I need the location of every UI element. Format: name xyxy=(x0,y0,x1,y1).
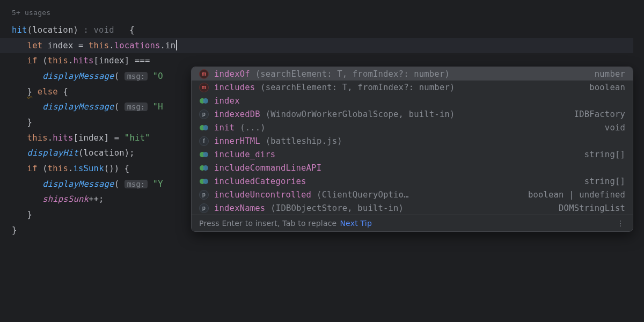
completion-item[interactable]: index xyxy=(192,94,633,107)
field-icon: f xyxy=(199,136,209,146)
completion-type: void xyxy=(605,123,625,133)
code-line-active: let index = this.locations.in xyxy=(0,38,633,54)
completion-footer: Press Enter to insert, Tab to replace Ne… xyxy=(192,215,633,231)
text-cursor xyxy=(176,40,177,50)
completion-item[interactable]: includeCommandLineAPI xyxy=(192,161,633,174)
variable-icon xyxy=(199,163,209,173)
completion-popup[interactable]: mindexOf(searchElement: T, fromIndex?: n… xyxy=(191,67,633,232)
completion-item[interactable]: pindexNames (IDBObjectStore, built-in)DO… xyxy=(192,201,633,215)
variable-icon xyxy=(199,150,209,159)
completion-item[interactable]: mincludes(searchElement: T, fromIndex?: … xyxy=(192,80,633,94)
completion-item[interactable]: finnerHTML (battleship.js) xyxy=(192,134,633,148)
usages-hint: 5+ usages xyxy=(12,6,644,19)
completion-name: includeUncontrolled xyxy=(214,190,311,200)
completion-type: boolean xyxy=(589,83,625,92)
completion-type: IDBFactory xyxy=(574,109,625,119)
completion-item[interactable]: include_dirsstring[] xyxy=(192,148,633,161)
property-icon: p xyxy=(199,109,209,119)
property-icon: p xyxy=(199,203,209,213)
completion-type: string[] xyxy=(584,177,625,186)
completion-name: includeCommandLineAPI xyxy=(214,163,321,173)
variable-icon xyxy=(199,177,209,186)
completion-signature: (IDBObjectStore, built-in) xyxy=(270,203,404,213)
completion-type: boolean | undefined xyxy=(528,190,625,200)
completion-name: indexOf xyxy=(214,69,250,79)
completion-name: init xyxy=(214,123,235,133)
completion-name: index xyxy=(214,96,240,106)
completion-type: string[] xyxy=(584,150,625,159)
completion-item[interactable]: includedCategoriesstring[] xyxy=(192,174,633,188)
completion-name: include_dirs xyxy=(214,150,275,159)
completion-name: innerHTML xyxy=(214,136,260,146)
completion-name: indexNames xyxy=(214,203,265,213)
more-icon[interactable]: ⋮ xyxy=(617,219,625,228)
completion-signature: (searchElement: T, fromIndex?: number) xyxy=(260,83,455,92)
completion-type: number xyxy=(595,69,625,79)
completion-item[interactable]: pindexedDB (WindowOrWorkerGlobalScope, b… xyxy=(192,107,633,121)
completion-name: includes xyxy=(214,83,255,92)
next-tip-link[interactable]: Next Tip xyxy=(340,219,372,228)
completion-signature: (...) xyxy=(240,123,266,133)
completion-name: indexedDB xyxy=(214,109,260,119)
method-icon: m xyxy=(199,69,209,79)
completion-item[interactable]: mindexOf(searchElement: T, fromIndex?: n… xyxy=(192,67,633,80)
completion-name: includedCategories xyxy=(214,177,306,186)
code-line: hit(location) : void { xyxy=(12,23,644,38)
completion-type: DOMStringList xyxy=(559,203,625,213)
completion-signature: (battleship.js) xyxy=(266,136,342,146)
completion-item[interactable]: pincludeUncontrolled (ClientQueryOptio…b… xyxy=(192,188,633,201)
completion-item[interactable]: init(...)void xyxy=(192,121,633,134)
completion-signature: (ClientQueryOptio… xyxy=(317,190,409,200)
completion-signature: (searchElement: T, fromIndex?: number) xyxy=(255,69,450,79)
method-icon: m xyxy=(199,83,209,92)
variable-icon xyxy=(199,96,209,106)
footer-hint: Press Enter to insert, Tab to replace xyxy=(199,219,336,228)
variable-icon xyxy=(199,123,209,133)
property-icon: p xyxy=(199,190,209,200)
completion-signature: (WindowOrWorkerGlobalScope, built-in) xyxy=(266,109,455,119)
